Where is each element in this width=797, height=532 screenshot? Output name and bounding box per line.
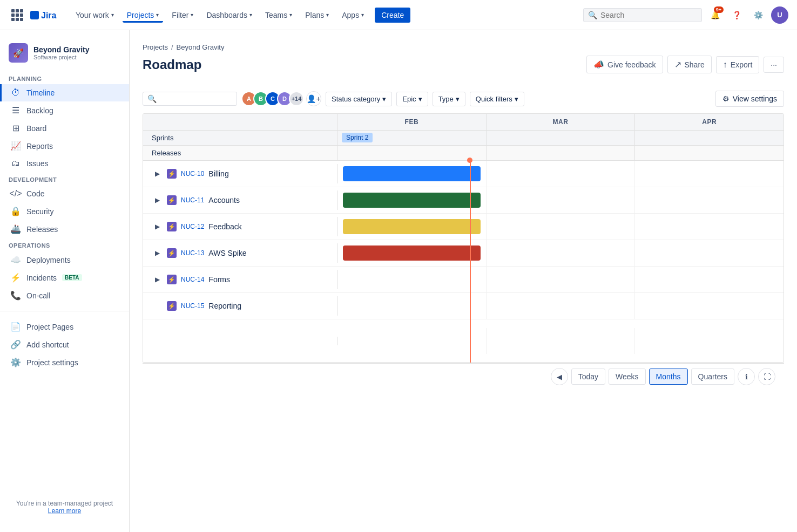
quarters-button[interactable]: Quarters (691, 369, 734, 385)
create-button[interactable]: Create (375, 8, 410, 23)
sidebar-item-timeline[interactable]: ⏱ Timeline (0, 84, 129, 101)
epic-filter[interactable]: Epic ▾ (396, 92, 428, 106)
sidebar-item-project-pages[interactable]: 📄 Project Pages (0, 318, 129, 336)
nav-plans[interactable]: Plans ▾ (301, 8, 333, 23)
cell-apr-nuc14 (635, 267, 784, 292)
sidebar-item-deployments[interactable]: ☁️ Deployments (0, 251, 129, 269)
type-filter[interactable]: Type ▾ (433, 92, 465, 106)
sidebar-item-backlog[interactable]: ☰ Backlog (0, 101, 129, 119)
settings-button[interactable]: ⚙️ (749, 6, 767, 24)
issue-icon-nuc14: ⚡ (167, 275, 177, 284)
issue-key-nuc13[interactable]: NUC-13 (181, 249, 204, 257)
quick-filters-filter[interactable]: Quick filters ▾ (470, 92, 524, 106)
months-button[interactable]: Months (649, 369, 688, 385)
sidebar-item-on-call[interactable]: 📞 On-call (0, 287, 129, 304)
today-marker (467, 158, 472, 163)
breadcrumb-beyond-gravity[interactable]: Beyond Gravity (177, 43, 225, 51)
issues-icon: 🗂 (10, 159, 21, 168)
info-button[interactable]: ℹ (738, 368, 755, 385)
sidebar-item-add-shortcut[interactable]: 🔗 Add shortcut (0, 336, 129, 353)
notifications-button[interactable]: 🔔 9+ (706, 6, 724, 24)
expand-icon[interactable]: ▶ (152, 195, 163, 206)
project-icon: 🚀 (9, 43, 28, 63)
chevron-down-icon: ▾ (361, 12, 364, 18)
sidebar-item-project-settings[interactable]: ⚙️ Project settings (0, 353, 129, 371)
issue-key-nuc14[interactable]: NUC-14 (181, 276, 204, 283)
sidebar-item-security[interactable]: 🔒 Security (0, 202, 129, 220)
row-cells-nuc12 (337, 214, 784, 240)
svg-rect-0 (30, 11, 39, 19)
expand-icon[interactable]: ▶ (152, 221, 163, 232)
sidebar-item-board[interactable]: ⊞ Board (0, 119, 129, 137)
avatar-count[interactable]: +14 (289, 91, 304, 106)
chevron-down-icon: ▾ (289, 12, 292, 18)
more-icon: ··· (771, 60, 777, 69)
fullscreen-button[interactable]: ⛶ (758, 368, 775, 385)
issue-name-nuc13: AWS Spike (208, 249, 246, 257)
help-icon: ❓ (732, 11, 741, 19)
search-input[interactable] (600, 11, 697, 19)
sidebar-item-incidents[interactable]: ⚡ Incidents BETA (0, 269, 129, 287)
on-call-icon: 📞 (10, 290, 21, 301)
sidebar-item-issues[interactable]: 🗂 Issues (0, 155, 129, 172)
search-bar[interactable]: 🔍 (583, 8, 702, 22)
status-category-filter[interactable]: Status category ▾ (326, 92, 392, 106)
cell-apr-nuc11 (635, 187, 784, 213)
share-icon: ↗ (674, 59, 681, 70)
nav-projects[interactable]: Projects ▾ (123, 8, 164, 23)
chevron-down-icon: ▾ (382, 95, 386, 103)
scroll-left-button[interactable]: ◀ (551, 368, 568, 385)
nav-filter[interactable]: Filter ▾ (167, 8, 198, 23)
gantt-bar-nuc10[interactable] (343, 166, 481, 181)
weeks-button[interactable]: Weeks (609, 369, 646, 385)
issue-key-nuc15[interactable]: NUC-15 (181, 302, 204, 310)
search-filter-icon: 🔍 (147, 94, 157, 103)
give-feedback-button[interactable]: 📣 Give feedback (586, 56, 663, 73)
issue-name-nuc15: Reporting (208, 302, 241, 310)
app-switcher-button[interactable] (9, 6, 26, 24)
expand-icon[interactable]: ▶ (152, 248, 163, 258)
sidebar: 🚀 Beyond Gravity Software project PLANNI… (0, 30, 130, 532)
sidebar-item-code[interactable]: </> Code (0, 185, 129, 202)
gantt-bar-nuc11[interactable] (343, 193, 481, 208)
export-button[interactable]: ↑ Export (716, 56, 759, 73)
user-avatar[interactable]: U (771, 6, 788, 24)
page-title: Roadmap (143, 57, 201, 72)
nav-apps[interactable]: Apps ▾ (337, 8, 368, 23)
learn-more-link[interactable]: Learn more (48, 507, 81, 515)
gantt-bar-nuc13[interactable] (343, 245, 481, 261)
today-button[interactable]: Today (571, 369, 605, 385)
nav-your-work[interactable]: Your work ▾ (71, 8, 118, 23)
roadmap-search-input[interactable] (157, 94, 232, 103)
issue-key-nuc11[interactable]: NUC-11 (181, 196, 204, 204)
more-button[interactable]: ··· (764, 57, 784, 73)
month-feb: FEB (337, 114, 487, 130)
nav-dashboards[interactable]: Dashboards ▾ (202, 8, 256, 23)
cell-mar-nuc14 (487, 267, 636, 292)
page-header: Roadmap 📣 Give feedback ↗ Share ↑ Export (143, 56, 784, 73)
board-icon: ⊞ (10, 123, 21, 133)
issue-key-nuc10[interactable]: NUC-10 (181, 170, 204, 178)
expand-icon[interactable]: ▶ (152, 274, 163, 285)
gantt-bar-nuc12[interactable] (343, 219, 481, 234)
row-label-nuc10: ▶ ⚡ NUC-10 Billing (143, 164, 337, 183)
table-row: ▶ ⚡ NUC-15 Reporting (143, 293, 784, 319)
chevron-down-icon: ▾ (326, 12, 329, 18)
sidebar-item-reports[interactable]: 📈 Reports (0, 137, 129, 155)
releases-label: Releases (143, 146, 337, 160)
row-label-nuc12: ▶ ⚡ NUC-12 Feedback (143, 217, 337, 236)
chevron-down-icon: ▾ (156, 12, 159, 18)
breadcrumb-projects[interactable]: Projects (143, 43, 168, 51)
nav-teams[interactable]: Teams ▾ (261, 8, 296, 23)
sidebar-item-releases[interactable]: 🚢 Releases (0, 220, 129, 238)
jira-logo[interactable]: Jira (30, 9, 63, 22)
add-person-button[interactable]: 👤+ (306, 91, 321, 106)
expand-icon[interactable]: ▶ (152, 168, 163, 179)
issue-icon-nuc15: ⚡ (167, 301, 177, 311)
view-settings-button[interactable]: ⚙ View settings (715, 91, 784, 107)
roadmap-search[interactable]: 🔍 (143, 92, 237, 106)
issue-key-nuc12[interactable]: NUC-12 (181, 223, 204, 230)
cell-feb-nuc11 (337, 187, 487, 213)
share-button[interactable]: ↗ Share (667, 56, 712, 73)
help-button[interactable]: ❓ (728, 6, 745, 24)
